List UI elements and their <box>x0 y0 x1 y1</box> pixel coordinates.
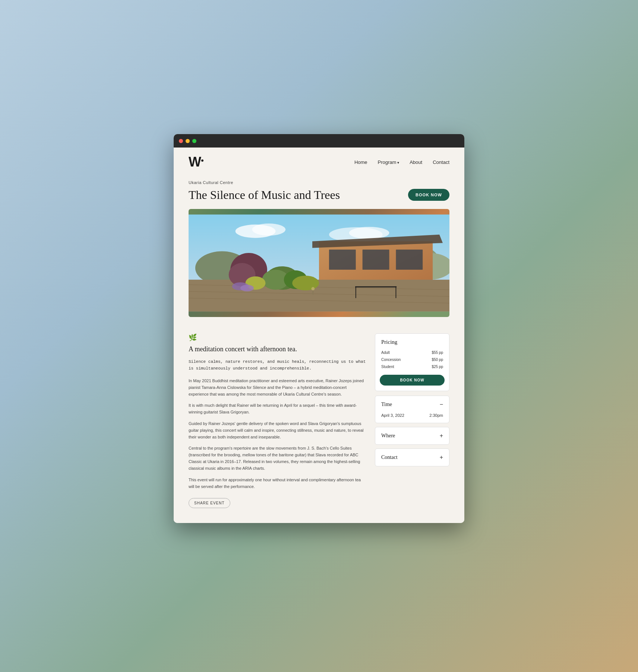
nav-contact[interactable]: Contact <box>433 159 449 165</box>
body-paragraph-5: This event will run for approximately on… <box>189 476 366 490</box>
event-time: 2:30pm <box>429 413 443 418</box>
where-title: Where <box>381 433 395 439</box>
pricing-row-student: Student $25 pp <box>375 363 449 370</box>
concession-label: Concession <box>381 358 401 362</box>
hero-image <box>189 209 449 317</box>
venue-label: Ukaria Cultural Centre <box>189 180 449 185</box>
left-column: 🌿 A meditation concert with afternoon te… <box>189 333 366 508</box>
nav-program[interactable]: Program <box>378 159 399 165</box>
pricing-row-concession: Concession $50 pp <box>375 356 449 363</box>
where-expand-icon: + <box>440 432 443 439</box>
contact-expand-icon: + <box>440 454 443 461</box>
svg-point-30 <box>240 285 254 291</box>
adult-label: Adult <box>381 351 390 355</box>
pricing-title: Pricing <box>375 334 449 349</box>
minimize-dot[interactable] <box>186 139 190 143</box>
concession-value: $50 pp <box>432 358 443 362</box>
event-date: April 3, 2022 <box>381 413 404 418</box>
share-event-button[interactable]: SHARE EVENT <box>189 498 230 508</box>
where-card: Where + <box>375 427 449 445</box>
svg-rect-33 <box>355 286 397 287</box>
pricing-book-now-button[interactable]: BOOK NOW <box>380 375 445 386</box>
body-paragraph-1: In May 2021 Buddhist meditation practiti… <box>189 377 366 397</box>
svg-point-35 <box>311 287 315 290</box>
time-accordion-header[interactable]: Time − <box>375 396 449 413</box>
contact-accordion-header[interactable]: Contact + <box>375 449 449 466</box>
body-paragraph-2: It is with much delight that Rainer will… <box>189 402 366 415</box>
nav-home[interactable]: Home <box>354 159 367 165</box>
pricing-card: Pricing Adult $55 pp Concession $50 pp S… <box>375 333 449 391</box>
svg-rect-12 <box>396 250 423 270</box>
hero-book-now-button[interactable]: BOOK NOW <box>408 189 449 201</box>
browser-window: W Home Program About Contact Ukaria Cult… <box>174 134 464 523</box>
where-accordion-header[interactable]: Where + <box>375 427 449 444</box>
svg-point-4 <box>349 227 389 239</box>
time-card: Time − April 3, 2022 2:30pm <box>375 396 449 423</box>
body-paragraph-3: Guided by Rainer Jozeps' gentle delivery… <box>189 420 366 440</box>
maximize-dot[interactable] <box>192 139 196 143</box>
nav-about[interactable]: About <box>410 159 422 165</box>
main-content: 🌿 A meditation concert with afternoon te… <box>174 324 464 523</box>
browser-bar <box>174 134 464 148</box>
event-title: The Silence of Music and Trees <box>189 188 340 202</box>
body-paragraph-4: Central to the program's repertoire are … <box>189 445 366 472</box>
event-subtitle: A meditation concert with afternoon tea. <box>189 345 366 353</box>
pricing-row-adult: Adult $55 pp <box>375 349 449 356</box>
contact-card: Contact + <box>375 448 449 466</box>
logo-dot <box>201 159 203 162</box>
time-accordion-body: April 3, 2022 2:30pm <box>375 413 449 423</box>
navigation: W Home Program About Contact <box>174 148 464 177</box>
hero-title-row: The Silence of Music and Trees BOOK NOW <box>189 188 449 202</box>
right-column: Pricing Adult $55 pp Concession $50 pp S… <box>375 333 449 470</box>
student-label: Student <box>381 365 394 369</box>
page-content: W Home Program About Contact Ukaria Cult… <box>174 148 464 523</box>
svg-point-28 <box>292 276 319 290</box>
hero-svg <box>189 209 449 317</box>
close-dot[interactable] <box>179 139 183 143</box>
student-value: $25 pp <box>432 365 443 369</box>
svg-rect-10 <box>329 250 356 270</box>
svg-rect-34 <box>312 289 314 294</box>
nav-links: Home Program About Contact <box>354 159 449 165</box>
svg-point-2 <box>252 224 286 235</box>
adult-value: $55 pp <box>432 351 443 355</box>
tagline-text: Silence calms, nature restores, and musi… <box>189 358 366 372</box>
site-logo[interactable]: W <box>189 154 203 170</box>
time-collapse-icon: − <box>440 401 443 408</box>
contact-title: Contact <box>381 454 398 460</box>
svg-rect-11 <box>363 250 389 270</box>
hero-section: Ukaria Cultural Centre The Silence of Mu… <box>174 177 464 324</box>
leaf-icon: 🌿 <box>189 333 366 342</box>
time-title: Time <box>381 402 392 408</box>
